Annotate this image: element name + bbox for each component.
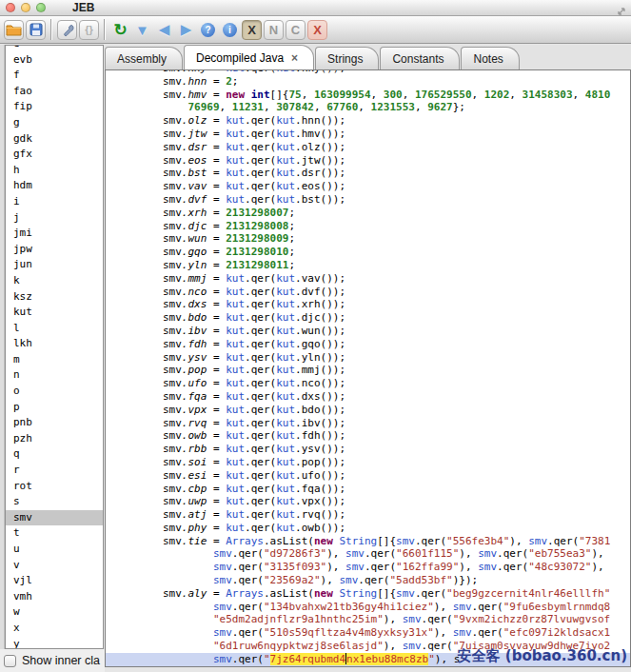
code-line[interactable]: smv.qer("3135f093"), smv.qer("162ffa99")… [112,561,630,574]
code-line[interactable]: smv.vpx = kut.qer(kut.bdo()); [112,404,630,417]
code-line[interactable]: smv.qer("510s59qfltza4v4m8yxksy31x"), sm… [112,626,630,640]
sidebar-item-gdk[interactable]: gdk [6,131,103,148]
code-line[interactable]: smv.atj = kut.qer(kut.rvq()); [112,508,630,522]
code-line[interactable]: smv.fdh = kut.qer(kut.gqo()); [112,338,630,351]
settings-wrench-button[interactable] [57,20,77,40]
sidebar-item-kut[interactable]: kut [6,305,103,321]
sidebar-item-k[interactable]: k [6,273,103,289]
code-line[interactable]: smv.aly = Arrays.asList(new String[]{smv… [112,587,630,601]
navigate-back-button[interactable]: ◀ [154,20,174,40]
resize-icon[interactable] [617,3,626,20]
sidebar-item-f[interactable]: f [6,68,103,84]
sidebar-item-jun[interactable]: jun [6,257,103,273]
braces-button[interactable]: {} [79,20,99,40]
code-line[interactable]: smv.ysv = kut.qer(kut.yln()); [112,351,630,365]
sidebar-item-i[interactable]: i [6,194,103,210]
code-line[interactable]: smv.fqa = kut.qer(kut.dxs()); [112,390,630,404]
code-line[interactable]: smv.esi = kut.qer(kut.ufo()); [112,469,630,483]
comment-button[interactable]: C [286,20,306,40]
sidebar-item-h[interactable]: h [6,163,103,179]
code-line[interactable]: "e5dm2adjnflzr9a1hnthc25im"), smv.qer("9… [112,613,630,626]
code-line[interactable]: smv.cbp = kut.qer(kut.fqa()); [112,483,630,496]
xref-button[interactable]: X [242,20,262,40]
sidebar-item-jpw[interactable]: jpw [6,242,103,258]
tab-decompiled-java[interactable]: Decompiled Java× [184,45,314,69]
code-line[interactable]: smv.soi = kut.qer(kut.pop()); [112,456,630,469]
code-line[interactable]: 76969, 11231, 307842, 67760, 1231553, 96… [112,101,630,114]
code-line[interactable]: smv.ibv = kut.qer(kut.wun()); [112,325,630,338]
sidebar-item-m[interactable]: m [6,352,103,368]
navigate-forward-button[interactable]: ▶ [176,20,196,40]
sidebar-item-fip[interactable]: fip [6,99,103,115]
sidebar-item-r[interactable]: r [6,463,103,479]
code-line[interactable]: smv.qer("23569a2"), smv.qer("5add53bf")}… [112,574,630,587]
tab-assembly[interactable]: Assembly [105,47,183,69]
sidebar-item-evb[interactable]: evb [6,52,103,69]
code-line[interactable]: smv.dsr = kut.qer(kut.olz()); [112,141,630,154]
code-line[interactable]: smv.yln = 2131298011; [112,259,630,272]
sidebar-item-rot[interactable]: rot [6,479,103,495]
open-file-button[interactable] [4,20,24,40]
sidebar-item-n[interactable]: n [6,367,103,384]
code-line[interactable]: smv.dvf = kut.qer(kut.bst()); [112,193,630,207]
sidebar-item-v[interactable]: v [6,558,103,574]
code-line[interactable]: smv.tie = Arrays.asList(new String[]{smv… [112,535,630,548]
code-line[interactable]: smv.wun = 2131298009; [112,232,630,246]
code-line[interactable]: smv.gqo = 2131298010; [112,246,630,259]
sidebar-item-u[interactable]: u [6,542,103,558]
code-line[interactable]: smv.olz = kut.qer(kut.hnn()); [112,114,630,128]
help-button[interactable]: ? [198,20,218,40]
code-line[interactable]: smv.rvq = kut.qer(kut.ibv()); [112,417,630,430]
code-line[interactable]: smv.bst = kut.qer(kut.dsr()); [112,167,630,180]
code-line[interactable]: smv.hnn = 2; [112,75,630,89]
code-line[interactable]: smv.eos = kut.qer(kut.jtw()); [112,154,630,168]
code-line[interactable]: smv.vav = kut.qer(kut.eos()); [112,180,630,193]
code-line[interactable]: smv.bdo = kut.qer(kut.djc()); [112,311,630,325]
close-button[interactable] [6,3,15,12]
code-line[interactable]: smv.uwp = kut.qer(kut.vpx()); [112,495,630,508]
zoom-button[interactable] [36,3,46,12]
code-line[interactable]: smv.hmv = new int[]{75, 163099954, 300, … [112,89,630,102]
code-line[interactable]: smv.nco = kut.qer(kut.dvf()); [112,286,630,299]
sidebar-item-o[interactable]: o [6,384,103,400]
sidebar-item-pnb[interactable]: pnb [6,415,103,431]
sidebar-item-l[interactable]: l [6,321,103,337]
sidebar-item-s[interactable]: s [6,494,103,510]
sidebar-item-jmi[interactable]: jmi [6,226,103,242]
show-inner-classes-checkbox[interactable] [4,655,16,667]
info-button[interactable]: i [220,20,240,40]
code-line[interactable]: smv.jtw = kut.qer(kut.hmv()); [112,128,630,141]
sidebar-item-e[interactable]: e [6,45,103,52]
sidebar-item-y[interactable]: y [6,637,103,649]
code-line[interactable]: smv.dxs = kut.qer(kut.xrh()); [112,298,630,311]
sidebar-item-x[interactable]: x [6,621,103,637]
sidebar-item-vjl[interactable]: vjl [6,573,103,589]
code-line[interactable]: smv.mmj = kut.qer(kut.vav()); [112,272,630,286]
sidebar-item-vmh[interactable]: vmh [6,589,103,605]
close-tab-icon[interactable]: × [291,53,298,63]
code-line[interactable]: smv.qer("134bvahxw21tb36gy4hi1ciez"), sm… [112,601,630,614]
tab-notes[interactable]: Notes [461,47,519,69]
code-line[interactable]: smv.ufo = kut.qer(kut.nco()); [112,377,630,390]
sidebar-item-fao[interactable]: fao [6,84,103,100]
sidebar-item-hdm[interactable]: hdm [6,178,103,194]
sidebar-item-smv[interactable]: smv [6,510,103,526]
sidebar-item-pzh[interactable]: pzh [6,431,103,447]
navigate-down-button[interactable]: ▼ [132,20,152,40]
sidebar-item-j[interactable]: j [6,210,103,227]
code-line[interactable]: smv.rbb = kut.qer(kut.ysv()); [112,443,630,456]
sidebar-item-gfx[interactable]: gfx [6,147,103,163]
code-line[interactable]: smv.qer("d97286f3"), smv.qer("6601f115")… [112,547,630,561]
sidebar-item-p[interactable]: p [6,400,103,416]
sidebar-item-q[interactable]: q [6,446,103,463]
save-button[interactable] [26,20,46,40]
sidebar-item-ksz[interactable]: ksz [6,289,103,306]
code-line[interactable]: smv.phy = kut.qer(kut.owb()); [112,522,630,535]
sidebar-item-w[interactable]: w [6,604,103,621]
sidebar-item-g[interactable]: g [6,115,103,131]
tab-strings[interactable]: Strings [315,47,379,69]
sidebar-item-lkh[interactable]: lkh [6,336,103,352]
code-line[interactable]: smv.xrh = 2131298007; [112,207,630,220]
code-line[interactable]: smv.owb = kut.qer(kut.fdh()); [112,429,630,443]
sidebar-item-t[interactable]: t [6,525,103,542]
